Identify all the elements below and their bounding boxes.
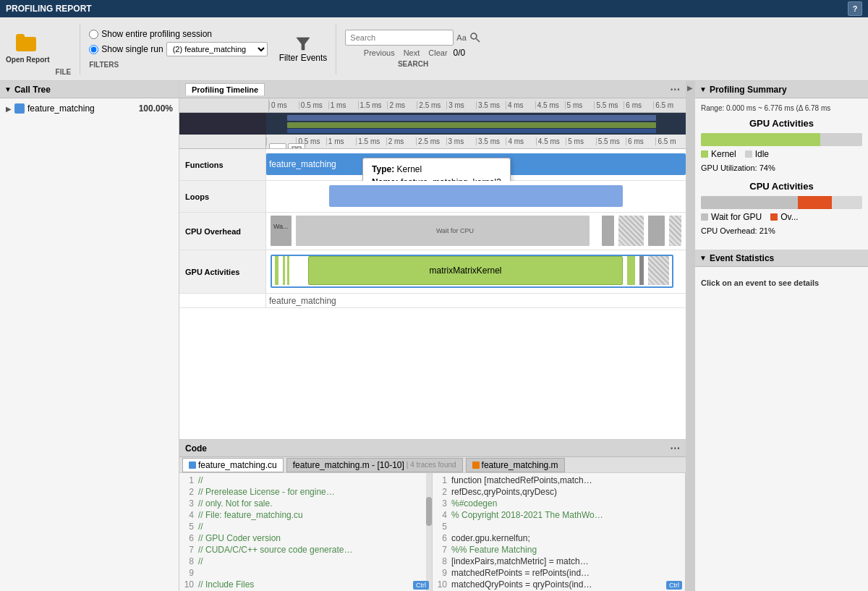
grid-button[interactable]: [288, 143, 305, 149]
folder-icon[interactable]: [16, 34, 39, 54]
code-more-icon[interactable]: ⋯: [670, 443, 680, 454]
mini-overview[interactable]: [179, 113, 686, 135]
cpu-bar-3[interactable]: [602, 216, 614, 246]
open-report-button[interactable]: Open Report: [6, 56, 50, 64]
file-section: Open Report: [6, 34, 50, 64]
main-kernel-bar[interactable]: matrixMatrixKernel: [308, 256, 623, 285]
radio-single[interactable]: [89, 45, 98, 54]
gpu-mini-bar-1[interactable]: [275, 256, 279, 285]
profiling-summary-content: Range: 0.000 ms ~ 6.776 ms (Δ 6.78 ms GP…: [695, 98, 868, 250]
loop-bar[interactable]: [329, 185, 623, 207]
function-bar-label: feature_matching: [269, 159, 336, 169]
right-panel-collapse[interactable]: ▶: [686, 81, 694, 591]
code-section: Code ⋯ feature_matching.cu feature_match…: [179, 439, 686, 591]
tooltip-name-value: feature_matching_kernel2: [401, 177, 501, 181]
view-buttons: K: [269, 143, 305, 149]
gpu-mini-bar-3[interactable]: [287, 256, 289, 285]
cpu-overhead-row: CPU Overhead Wa... Wait for CPU: [179, 213, 686, 250]
gpu-activities-content[interactable]: matrixMatrixKernel: [266, 250, 686, 294]
clear-button[interactable]: Clear: [425, 47, 450, 59]
functions-content[interactable]: feature_matching Type: Kernel Name: feat…: [266, 149, 686, 181]
search-icon[interactable]: [469, 32, 481, 43]
code-body: 1// 2// Prerelease License - for engine……: [179, 473, 686, 591]
loops-row: Loops: [179, 181, 686, 213]
gpu-idle-label: Idle: [755, 149, 769, 159]
gpu-right-bar-hatch[interactable]: [648, 256, 669, 285]
timeline-main: Functions feature_matching Type: Kernel …: [179, 149, 686, 439]
search-top: Aa: [345, 30, 480, 46]
code-title: Code: [185, 443, 207, 454]
left-panel: ▼ Call Tree ▶ feature_matching 100.00%: [0, 81, 179, 591]
toolbar-divider-2: [336, 24, 336, 75]
code-pane-left: 1// 2// Prerelease License - for engine……: [179, 473, 433, 591]
code-line: 5: [435, 521, 682, 532]
code-line: 8[indexPairs,matchMetric] = match…: [435, 556, 682, 567]
gpu-bar-legend: Kernel Idle: [701, 149, 862, 159]
gpu-bar-kernel: [701, 133, 820, 146]
loops-content[interactable]: [266, 181, 686, 213]
cpu-bar-rest: [832, 196, 862, 209]
code-tab-cu[interactable]: feature_matching.cu: [182, 458, 284, 472]
cpu-bar: [701, 196, 862, 209]
call-tree-collapse[interactable]: ▼: [4, 85, 12, 93]
call-tree-title: Call Tree: [14, 85, 51, 95]
cpu-bar-wait-seg: [701, 196, 798, 209]
cpu-wait-legend: Wait for GPU: [701, 212, 762, 222]
help-button[interactable]: ?: [848, 1, 862, 16]
previous-button[interactable]: Previous: [361, 47, 398, 59]
k-button[interactable]: K: [269, 143, 286, 149]
code-line: 2 refDesc,qryPoints,qryDesc): [435, 486, 682, 498]
tree-expand-icon[interactable]: ▶: [6, 105, 12, 113]
next-button[interactable]: Next: [401, 47, 423, 59]
cpu-bar-hatch-2[interactable]: [669, 216, 681, 246]
tooltip-type-label: Type:: [372, 164, 394, 174]
profiling-summary-header: ▼ Profiling Summary: [695, 81, 868, 98]
code-line: 1function [matchedRefPoints,match…: [435, 475, 682, 486]
timeline-header: Profiling Timeline ⋯: [179, 81, 686, 98]
search-input[interactable]: [345, 30, 454, 46]
aa-label: Aa: [456, 33, 466, 42]
title-bar: PROFILING REPORT ?: [0, 0, 868, 17]
gpu-kernel-dot: [701, 150, 708, 158]
code-line: 10matchedQryPoints = qryPoints(ind…: [435, 579, 682, 590]
radio-entire-row: Show entire profiling session: [89, 29, 212, 39]
gpu-mini-bar-2[interactable]: [283, 256, 285, 285]
event-statistics-collapse[interactable]: ▼: [699, 254, 707, 262]
code-lines-left: 1// 2// Prerelease License - for engine……: [179, 473, 432, 591]
code-line: 10// Include Files: [182, 579, 429, 590]
scroll-indicator-left[interactable]: [426, 473, 432, 591]
code-tab-cu-label: feature_matching.cu: [198, 460, 277, 470]
code-pane-right: 1function [matchedRefPoints,match… 2 ref…: [433, 473, 686, 591]
code-tab-m[interactable]: feature_matching.m - [10-10] | 4 traces …: [286, 458, 463, 472]
cpu-activities-title: CPU Activities: [701, 181, 862, 192]
tree-row[interactable]: ▶ feature_matching 100.00%: [3, 101, 176, 116]
profiling-timeline-tab[interactable]: Profiling Timeline: [185, 83, 265, 95]
radio-single-row: Show single run (2) feature_matching: [89, 42, 267, 56]
gpu-activities-title: GPU Activities: [701, 118, 862, 129]
gpu-right-bar-1[interactable]: [627, 256, 636, 285]
cpu-overhead-content[interactable]: Wa... Wait for CPU: [266, 213, 686, 250]
ctrl-badge-left: Ctrl: [413, 581, 429, 590]
toolbar-divider-1: [80, 24, 80, 75]
code-line: 6// GPU Coder version: [182, 532, 429, 544]
cpu-bar-hatch[interactable]: [618, 216, 644, 246]
filter-events-button[interactable]: Filter Events: [279, 35, 328, 63]
gpu-right-bar-2[interactable]: [639, 256, 644, 285]
scroll-thumb-left[interactable]: [426, 497, 432, 526]
run-dropdown[interactable]: (2) feature_matching: [166, 42, 268, 56]
cpu-bar-4[interactable]: [648, 216, 665, 246]
radio-entire-label: Show entire profiling session: [101, 29, 212, 39]
radio-entire[interactable]: [89, 30, 98, 39]
code-tab-cu-icon: [189, 462, 196, 469]
code-lines-right: 1function [matchedRefPoints,match… 2 ref…: [433, 473, 685, 591]
profiling-summary-collapse[interactable]: ▼: [699, 85, 707, 93]
cpu-bar-1[interactable]: [271, 216, 292, 246]
ctrl-badge-right: Ctrl: [666, 581, 682, 590]
gpu-label-row: feature_matching: [179, 294, 686, 308]
code-line: 9: [182, 567, 429, 579]
loops-label: Loops: [179, 181, 266, 212]
code-tab-m2[interactable]: feature_matching.m: [466, 458, 565, 472]
filter-icon: [295, 35, 311, 51]
timeline-more-icon[interactable]: ⋯: [670, 84, 680, 95]
gpu-bar-idle: [820, 133, 862, 146]
